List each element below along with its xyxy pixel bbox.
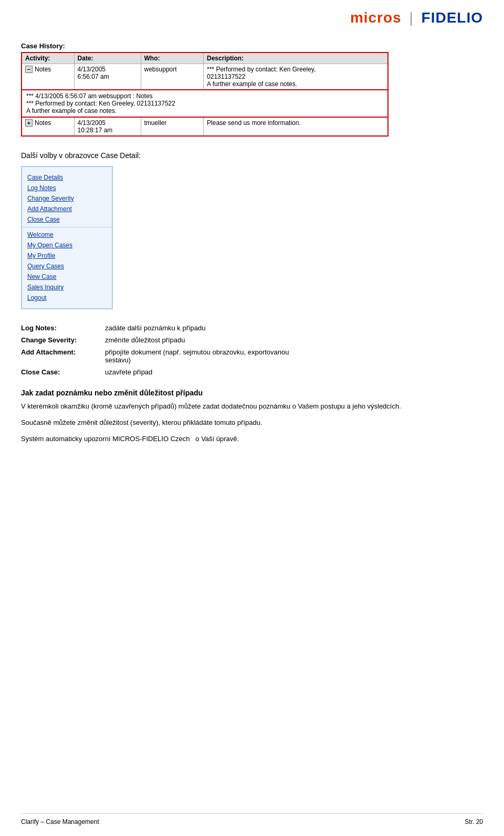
footer-left: Clarify – Case Management [21, 818, 99, 825]
nav-welcome[interactable]: Welcome [22, 229, 112, 240]
who-cell: tmueller [141, 117, 204, 136]
nav-close-case[interactable]: Close Case [22, 214, 112, 225]
description-cell: Please send us more information. [204, 117, 388, 136]
desc-value-change-severity: změníte důležitost případu [105, 334, 378, 346]
desc-value-log-notes: zadáte další poznámku k případu [105, 322, 378, 334]
nav-log-notes[interactable]: Log Notes [22, 183, 112, 193]
table-row: +Notes 4/13/200510:28:17 am tmueller Ple… [22, 117, 388, 136]
desc-value-add-attachment: připojíte dokument (např. sejmutou obraz… [105, 346, 378, 366]
case-history-table: Activity: Date: Who: Description: −Notes… [21, 52, 388, 137]
footer-right: Str. 20 [465, 818, 483, 825]
desc-row-change-severity: Change Severity: změníte důležitost příp… [21, 334, 378, 346]
nav-group-main: Welcome My Open Cases My Profile Query C… [22, 227, 112, 305]
col-description: Description: [204, 53, 388, 64]
nav-change-severity[interactable]: Change Severity [22, 193, 112, 204]
nav-case-details[interactable]: Case Details [22, 172, 112, 183]
logo-divider: | [409, 9, 418, 26]
nav-sales-inquiry[interactable]: Sales Inquiry [22, 282, 112, 292]
expanded-content-cell: *** 4/13/2005 6:56:07 am websupport : No… [22, 90, 388, 117]
col-who: Who: [141, 53, 204, 64]
nav-add-attachment[interactable]: Add Attachment [22, 204, 112, 214]
nav-my-profile[interactable]: My Profile [22, 250, 112, 261]
desc-value-close-case: uzavřete případ [105, 366, 378, 378]
desc-label-log-notes: Log Notes: [21, 322, 105, 334]
desc-label-close-case: Close Case: [21, 366, 105, 378]
col-activity: Activity: [22, 53, 74, 64]
case-history-title: Case History: [21, 42, 483, 50]
description-table: Log Notes: zadáte další poznámku k přípa… [21, 322, 378, 378]
nav-logout[interactable]: Logout [22, 292, 112, 303]
main-content: Case History: Activity: Date: Who: Descr… [0, 32, 504, 465]
header: micros | FIDELIO [0, 0, 504, 32]
desc-label-add-attachment: Add Attachment: [21, 346, 105, 366]
logo-fidelio: FIDELIO [422, 9, 483, 26]
description-cell: *** Performed by contact: Ken Greeley, 0… [204, 64, 388, 90]
footer: Clarify – Case Management Str. 20 [21, 813, 483, 825]
collapse-button[interactable]: − [25, 66, 33, 73]
nav-new-case[interactable]: New Case [22, 271, 112, 282]
who-cell: websupport [141, 64, 204, 90]
body-paragraph-1: V kterémkoli okamžiku (kromě uzavřených … [21, 401, 472, 412]
col-date: Date: [74, 53, 141, 64]
body-paragraph-2: Současně můžete změnit důležitost (sever… [21, 417, 472, 429]
desc-label-change-severity: Change Severity: [21, 334, 105, 346]
nav-menu-box: Case Details Log Notes Change Severity A… [21, 166, 113, 309]
logo-micros: micros [350, 9, 402, 26]
body-section-title: Jak zadat poznámku nebo změnit důležitos… [21, 389, 483, 397]
expanded-content: *** 4/13/2005 6:56:07 am websupport : No… [26, 92, 383, 114]
expanded-row: *** 4/13/2005 6:56:07 am websupport : No… [22, 90, 388, 117]
logo: micros | FIDELIO [350, 9, 483, 26]
nav-group-case: Case Details Log Notes Change Severity A… [22, 170, 112, 227]
activity-cell: −Notes [22, 64, 74, 90]
nav-query-cases[interactable]: Query Cases [22, 261, 112, 271]
table-row: −Notes 4/13/20056:56:07 am websupport **… [22, 64, 388, 90]
desc-row-log-notes: Log Notes: zadáte další poznámku k přípa… [21, 322, 378, 334]
nav-my-open-cases[interactable]: My Open Cases [22, 240, 112, 250]
section-heading: Další volby v obrazovce Case Detail: [21, 151, 483, 160]
activity-cell: +Notes [22, 117, 74, 136]
date-cell: 4/13/20056:56:07 am [74, 64, 141, 90]
desc-row-close-case: Close Case: uzavřete případ [21, 366, 378, 378]
date-cell: 4/13/200510:28:17 am [74, 117, 141, 136]
desc-row-add-attachment: Add Attachment: připojíte dokument (např… [21, 346, 378, 366]
expand-button[interactable]: + [25, 119, 33, 127]
case-history-section: Case History: Activity: Date: Who: Descr… [21, 42, 483, 137]
body-paragraph-3: Systém automaticky upozorní MICROS-FIDEL… [21, 434, 472, 445]
